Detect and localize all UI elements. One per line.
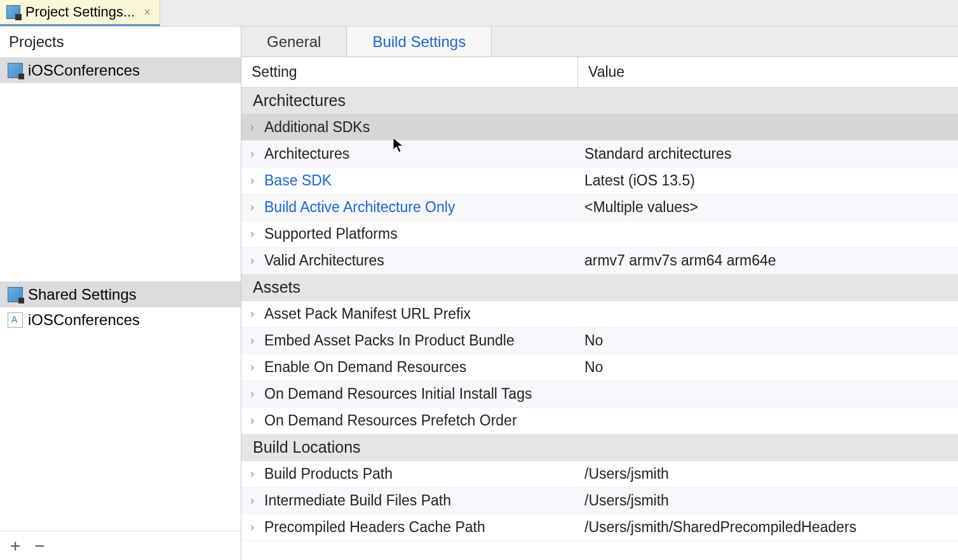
setting-name: Supported Platforms [264, 225, 398, 243]
setting-row[interactable]: ›Embed Asset Packs In Product BundleNo [241, 328, 958, 354]
chevron-right-icon[interactable]: › [246, 521, 258, 534]
sidebar-empty-space [0, 83, 241, 281]
chevron-right-icon[interactable]: › [246, 387, 258, 401]
setting-row[interactable]: ›Build Active Architecture Only<Multiple… [241, 194, 958, 221]
setting-row[interactable]: ›Base SDKLatest (iOS 13.5) [241, 168, 958, 194]
chevron-right-icon[interactable]: › [246, 494, 258, 507]
tab-label: Build Settings [372, 33, 466, 51]
setting-cell: ›Build Products Path [241, 461, 578, 487]
chevron-right-icon[interactable]: › [246, 414, 258, 427]
setting-name: Asset Pack Manifest URL Prefix [264, 305, 471, 323]
main-tab-bar: General Build Settings [241, 27, 958, 57]
setting-row[interactable]: ›Valid Architecturesarmv7 armv7s arm64 a… [241, 248, 958, 274]
chevron-right-icon[interactable]: › [246, 334, 258, 347]
setting-cell: ›Valid Architectures [241, 248, 578, 274]
sidebar: Projects iOSConferences Shared Settings … [0, 27, 241, 560]
file-tab-project-settings[interactable]: Project Settings... × [0, 0, 160, 26]
setting-name: Build Active Architecture Only [264, 199, 455, 216]
setting-cell: ›Additional SDKs [241, 114, 578, 140]
chevron-right-icon[interactable]: › [246, 121, 258, 134]
setting-row[interactable]: ›On Demand Resources Initial Install Tag… [241, 381, 958, 408]
setting-name: Enable On Demand Resources [264, 359, 466, 376]
setting-name: Valid Architectures [264, 252, 384, 269]
setting-name: Precompiled Headers Cache Path [264, 519, 485, 536]
setting-name: Intermediate Build Files Path [264, 492, 451, 509]
file-tab-title: Project Settings... [25, 4, 135, 20]
sidebar-project-list: iOSConferences [0, 58, 241, 83]
setting-row[interactable]: ›Supported Platforms [241, 221, 958, 248]
setting-row[interactable]: ›Intermediate Build Files Path/Users/jsm… [241, 488, 958, 514]
setting-name: On Demand Resources Initial Install Tags [264, 385, 532, 403]
setting-value[interactable]: armv7 armv7s arm64 arm64e [578, 252, 958, 269]
sidebar-item-project[interactable]: iOSConferences [0, 58, 241, 83]
app-target-icon [8, 312, 23, 328]
sidebar-item-shared-target[interactable]: iOSConferences [0, 307, 241, 333]
tab-build-settings[interactable]: Build Settings [347, 27, 492, 57]
setting-row[interactable]: ›On Demand Resources Prefetch Order [241, 408, 958, 434]
setting-name: Base SDK [264, 172, 332, 189]
setting-name: On Demand Resources Prefetch Order [264, 412, 517, 429]
chevron-right-icon[interactable]: › [246, 254, 258, 267]
add-button[interactable]: + [10, 537, 20, 555]
setting-name: Embed Asset Packs In Product Bundle [264, 332, 515, 349]
tab-general[interactable]: General [241, 27, 347, 57]
tab-label: General [267, 33, 321, 51]
sidebar-item-shared-settings[interactable]: Shared Settings [0, 282, 241, 307]
sidebar-footer: + − [0, 531, 241, 560]
group-header: Assets [241, 274, 958, 301]
setting-row[interactable]: ›Additional SDKs [241, 114, 958, 141]
column-header-value[interactable]: Value [578, 57, 958, 87]
chevron-right-icon[interactable]: › [246, 201, 258, 214]
remove-button[interactable]: − [34, 537, 44, 555]
chevron-right-icon[interactable]: › [246, 307, 258, 321]
setting-row[interactable]: ›Enable On Demand ResourcesNo [241, 354, 958, 381]
setting-value[interactable]: No [578, 332, 958, 349]
chevron-right-icon[interactable]: › [246, 467, 258, 481]
setting-cell: ›On Demand Resources Initial Install Tag… [241, 381, 578, 407]
setting-cell: ›Enable On Demand Resources [241, 354, 578, 380]
setting-value[interactable]: Latest (iOS 13.5) [578, 172, 958, 189]
xcode-project-icon [8, 63, 23, 78]
sidebar-empty-space-2 [0, 333, 241, 531]
setting-cell: ›Architectures [241, 141, 578, 167]
setting-cell: ›On Demand Resources Prefetch Order [241, 408, 578, 434]
setting-name: Additional SDKs [264, 119, 370, 136]
close-icon[interactable]: × [144, 6, 151, 19]
main-panel: General Build Settings Setting Value Arc… [241, 27, 958, 560]
setting-value[interactable]: Standard architectures [578, 145, 958, 163]
setting-cell: ›Precompiled Headers Cache Path [241, 514, 578, 540]
setting-value[interactable]: /Users/jsmith [578, 492, 958, 509]
sidebar-item-label: Shared Settings [28, 286, 137, 303]
settings-table: Architectures›Additional SDKs›Architectu… [241, 88, 958, 560]
setting-cell: ›Build Active Architecture Only [241, 194, 578, 220]
chevron-right-icon[interactable]: › [246, 227, 258, 241]
sidebar-item-label: iOSConferences [28, 62, 140, 79]
setting-row[interactable]: ›Precompiled Headers Cache Path/Users/js… [241, 514, 958, 541]
setting-cell: ›Embed Asset Packs In Product Bundle [241, 328, 578, 354]
chevron-right-icon[interactable]: › [246, 174, 258, 187]
setting-value[interactable]: /Users/jsmith/SharedPrecompiledHeaders [578, 519, 958, 536]
column-header-setting[interactable]: Setting [241, 57, 578, 87]
setting-cell: ›Supported Platforms [241, 221, 578, 247]
editor-tab-bar: Project Settings... × [0, 0, 958, 27]
setting-row[interactable]: ›Build Products Path/Users/jsmith [241, 461, 958, 488]
chevron-right-icon[interactable]: › [246, 147, 258, 161]
setting-value[interactable]: <Multiple values> [578, 199, 958, 216]
chevron-right-icon[interactable]: › [246, 361, 258, 374]
project-file-icon [6, 5, 20, 19]
setting-value[interactable]: No [578, 359, 958, 376]
setting-name: Build Products Path [264, 465, 393, 483]
setting-name: Architectures [264, 145, 349, 163]
setting-row[interactable]: ›ArchitecturesStandard architectures [241, 141, 958, 168]
setting-cell: ›Base SDK [241, 168, 578, 194]
sidebar-shared-section: Shared Settings iOSConferences [0, 281, 241, 333]
xcode-project-icon [8, 287, 23, 302]
group-header: Architectures [241, 88, 958, 114]
setting-value[interactable]: /Users/jsmith [578, 465, 958, 483]
sidebar-header-projects: Projects [0, 27, 241, 58]
table-header: Setting Value [241, 57, 958, 88]
setting-cell: ›Intermediate Build Files Path [241, 488, 578, 514]
setting-row[interactable]: ›Asset Pack Manifest URL Prefix [241, 301, 958, 328]
sidebar-item-label: iOSConferences [28, 311, 140, 329]
setting-cell: ›Asset Pack Manifest URL Prefix [241, 301, 578, 327]
